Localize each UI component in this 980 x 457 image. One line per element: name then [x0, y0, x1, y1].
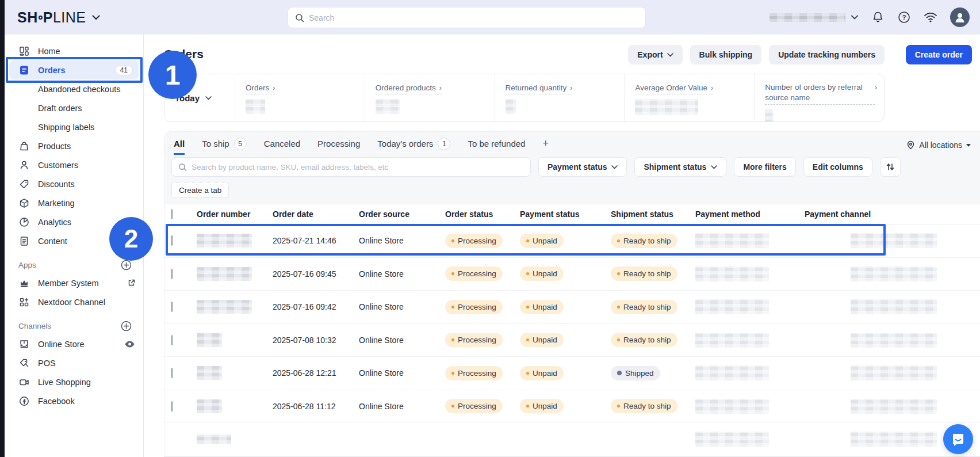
status-badge: Processing: [445, 234, 503, 248]
row-checkbox[interactable]: [171, 401, 173, 412]
sidebar-item-nextdoor-channel[interactable]: Nextdoor Channel: [5, 292, 143, 311]
order-date: 2025-07-16 09:45: [273, 269, 359, 279]
row-checkbox[interactable]: [171, 302, 173, 312]
order-date: 2025-07-16 09:42: [273, 302, 359, 311]
create-tab-button[interactable]: Create a tab: [171, 182, 229, 198]
status-badge: Unpaid: [520, 234, 564, 248]
status-badge: Ready to ship: [611, 234, 677, 248]
chevron-down-icon: [205, 96, 212, 100]
stat-label[interactable]: Number of orders by referral source name: [765, 82, 875, 105]
tab-to-be-refunded[interactable]: To be refunded: [468, 139, 525, 155]
order-date: 2025-07-08 10:32: [273, 336, 359, 345]
bulk-shipping-button[interactable]: Bulk shipping: [690, 45, 762, 64]
help-icon[interactable]: ?: [897, 10, 911, 24]
sidebar-item-online-store[interactable]: Online Store: [5, 334, 143, 353]
orders-search[interactable]: [171, 157, 531, 177]
tab-processing[interactable]: Processing: [317, 139, 360, 155]
column-header-payment-status: Payment status: [520, 210, 611, 219]
sidebar-item-pos[interactable]: POS: [5, 353, 143, 372]
row-checkbox[interactable]: [171, 335, 173, 345]
status-dot-icon: [526, 306, 529, 309]
sidebar-item-live-shopping[interactable]: Live Shopping: [5, 372, 143, 391]
payment-status-button[interactable]: Payment status: [538, 157, 627, 177]
sidebar-item-member-system[interactable]: Member System: [5, 273, 143, 292]
shopline-logo[interactable]: SHPLINE: [17, 9, 100, 26]
products-icon: [18, 141, 30, 151]
export-button[interactable]: Export: [628, 45, 682, 64]
stats-card: Today Orders›Ordered products›Returned q…: [164, 74, 885, 122]
status-dot-icon: [451, 239, 454, 242]
shipment-status-button[interactable]: Shipment status: [634, 157, 726, 177]
payment-channel-redacted: [851, 266, 937, 281]
table-row[interactable]: 2025-07-08 10:32Online StoreProcessingUn…: [164, 324, 980, 357]
row-checkbox[interactable]: [171, 368, 173, 378]
payment-channel-redacted: [851, 299, 937, 314]
table-row[interactable]: [164, 423, 980, 456]
order-source: Online Store: [359, 236, 445, 245]
sidebar-item-facebook[interactable]: Facebook: [5, 391, 143, 410]
table-header: Order numberOrder dateOrder sourceOrder …: [164, 204, 980, 224]
store-switcher[interactable]: [770, 13, 858, 22]
table-row[interactable]: 2025-07-16 09:42Online StoreProcessingUn…: [164, 291, 980, 324]
sidebar-item-label: Member System: [38, 279, 124, 288]
chat-launcher-button[interactable]: [943, 424, 973, 454]
sidebar-item-label: POS: [38, 359, 135, 368]
stat-value-redacted: [635, 99, 698, 115]
sidebar-item-orders[interactable]: Orders41: [9, 60, 139, 79]
sidebar-item-label: Shipping labels: [38, 123, 135, 132]
notification-bell-icon[interactable]: [871, 10, 885, 24]
online-store-icon: [18, 339, 30, 349]
chevron-right-icon: ›: [439, 84, 442, 92]
sidebar-item-content[interactable]: Content: [5, 231, 143, 250]
sidebar-item-analytics[interactable]: Analytics: [5, 212, 143, 231]
sidebar-item-shipping-labels[interactable]: Shipping labels: [5, 117, 143, 136]
plus-circle-icon[interactable]: [121, 321, 132, 332]
stat-metric: Returned quantity›: [495, 74, 625, 121]
status-dot-icon: [617, 405, 620, 408]
tab-all[interactable]: All: [174, 139, 185, 155]
sort-button[interactable]: [880, 157, 901, 177]
tab-canceled[interactable]: Canceled: [264, 139, 300, 155]
sidebar-section-title: Channels: [18, 322, 51, 330]
add-tab-button[interactable]: +: [542, 138, 549, 156]
stat-label[interactable]: Ordered products›: [376, 83, 442, 94]
table-row[interactable]: 2025-07-16 09:45Online StoreProcessingUn…: [164, 258, 980, 291]
create-order-button[interactable]: Create order: [906, 45, 972, 64]
table-row[interactable]: 2025-07-21 14:46Online StoreProcessingUn…: [164, 224, 980, 258]
order-date: 2025-06-28 11:12: [273, 402, 359, 411]
table-row[interactable]: 2025-06-28 11:12Online StoreProcessingUn…: [164, 390, 980, 424]
edit-columns-button[interactable]: Edit columns: [803, 157, 872, 177]
sidebar-item-home[interactable]: Home: [5, 41, 143, 60]
sidebar-item-discounts[interactable]: Discounts: [5, 174, 143, 193]
locations-filter[interactable]: All locations: [906, 140, 971, 153]
tab-to-ship[interactable]: To ship5: [202, 138, 247, 157]
avatar[interactable]: [950, 7, 970, 27]
stat-label[interactable]: Returned quantity›: [506, 83, 573, 94]
status-badge: Processing: [445, 366, 503, 380]
row-checkbox[interactable]: [171, 269, 173, 279]
sidebar-item-products[interactable]: Products: [5, 136, 143, 155]
sidebar-item-marketing[interactable]: Marketing: [5, 193, 143, 212]
eye-icon[interactable]: [124, 340, 135, 348]
update-tracking-numbers-button[interactable]: Update tracking numbers: [769, 45, 885, 64]
global-search[interactable]: [288, 7, 646, 28]
date-range-selector[interactable]: Today: [164, 74, 235, 121]
select-all-checkbox[interactable]: [171, 209, 173, 219]
sidebar-item-abandoned-checkouts[interactable]: Abandoned checkouts: [5, 79, 143, 98]
sidebar-item-draft-orders[interactable]: Draft orders: [5, 98, 143, 117]
table-row[interactable]: 2025-06-28 12:21Online StoreProcessingUn…: [164, 357, 980, 390]
row-checkbox[interactable]: [171, 235, 173, 246]
column-header-payment-channel: Payment channel: [805, 210, 980, 219]
stat-label[interactable]: Average Order Value›: [635, 83, 713, 94]
plus-circle-icon[interactable]: [121, 260, 132, 271]
more-filters-button[interactable]: More filters: [734, 157, 795, 177]
tab-today-s-orders[interactable]: Today's orders1: [377, 138, 450, 157]
orders-search-input[interactable]: [192, 163, 524, 172]
order-number-redacted: [197, 300, 252, 314]
sidebar-item-label: Draft orders: [38, 104, 135, 113]
sidebar-item-customers[interactable]: Customers: [5, 155, 143, 174]
stat-label[interactable]: Orders›: [246, 83, 275, 94]
sidebar-item-label: Nextdoor Channel: [38, 298, 135, 307]
wifi-icon[interactable]: [924, 10, 937, 24]
search-input[interactable]: [309, 13, 638, 22]
